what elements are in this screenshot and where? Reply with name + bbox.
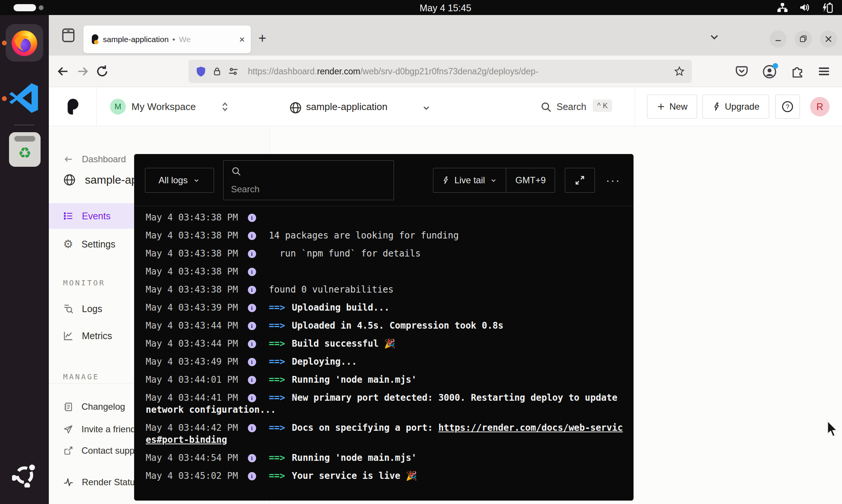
live-tail-label: Live tail [454, 175, 485, 186]
reload-button[interactable] [95, 64, 110, 79]
log-search-input[interactable]: Search [223, 160, 394, 200]
activities-pill[interactable] [14, 4, 36, 11]
info-icon: i [248, 214, 256, 222]
show-apps-button[interactable] [12, 463, 37, 487]
active-tab[interactable]: sample-application • We × [83, 26, 251, 53]
log-timestamp: May 4 03:43:38 PM [146, 284, 238, 295]
account-button[interactable] [762, 64, 777, 80]
restore-button[interactable] [795, 30, 812, 48]
log-arrow: ==> [269, 320, 285, 331]
firefox-dock-item[interactable] [6, 24, 43, 62]
workspace-name[interactable]: My Workspace [131, 101, 196, 113]
vscode-dock-item[interactable] [8, 82, 41, 114]
workspace-switcher-chevrons[interactable] [219, 100, 231, 113]
firefox-view-icon [60, 27, 77, 44]
main-area: Dashboard sample-application Events ⚙ Se… [49, 126, 842, 504]
log-entry: May 4 03:43:44 PMi==>Build successful 🎉 [146, 338, 626, 350]
info-icon: i [248, 232, 256, 240]
minimize-button[interactable] [770, 30, 787, 48]
log-arrow: ==> [269, 374, 285, 385]
log-entry: May 4 03:44:42 PMi==>Docs on specifying … [146, 422, 626, 446]
lock-icon[interactable] [212, 66, 222, 77]
workspace-indicator-dot [39, 5, 44, 10]
permissions-icon[interactable] [228, 66, 239, 77]
network-icon[interactable] [777, 2, 788, 13]
close-button[interactable] [820, 30, 837, 48]
log-arrow: ==> [269, 392, 285, 403]
log-filter-dropdown[interactable]: All logs [145, 168, 214, 193]
log-message: Uploading build... [292, 302, 389, 313]
log-entry: May 4 03:45:02 PMi==>Your service is liv… [146, 470, 626, 482]
back-button[interactable] [56, 64, 71, 79]
sidebar-section-manage: MANAGE [63, 372, 99, 381]
tracking-protection-shield-icon[interactable] [195, 65, 207, 77]
log-timestamp: May 4 03:43:44 PM [146, 338, 238, 349]
user-avatar[interactable]: R [810, 97, 830, 116]
dock-divider [14, 125, 35, 125]
upgrade-button[interactable]: Upgrade [702, 95, 769, 119]
log-message: Running 'node main.mjs' [292, 453, 416, 463]
extensions-puzzle-icon[interactable] [789, 64, 804, 79]
log-entry: May 4 03:44:01 PMi==>Running 'node main.… [146, 374, 626, 386]
new-tab-button[interactable]: + [258, 32, 266, 45]
log-arrow: ==> [269, 453, 285, 463]
log-timestamp: May 4 03:44:42 PM [146, 423, 238, 433]
service-chevron-icon[interactable] [421, 102, 432, 113]
info-icon: i [248, 394, 256, 402]
volume-icon[interactable] [799, 2, 810, 13]
url-fade [635, 61, 669, 81]
expand-logs-button[interactable] [565, 168, 595, 193]
pocket-icon[interactable] [735, 64, 749, 78]
log-entry: May 4 03:43:38 PMi [146, 211, 626, 223]
log-search-placeholder: Search [231, 184, 386, 195]
workspace-avatar[interactable]: M [110, 99, 126, 115]
external-link-icon [63, 446, 73, 456]
tab-list-chevron-button[interactable] [707, 29, 722, 44]
hamburger-menu-icon[interactable] [816, 64, 831, 79]
search-icon[interactable] [540, 101, 552, 113]
sidebar-item-label: Events [82, 211, 110, 222]
battery-charging-icon[interactable] [822, 2, 833, 13]
chevron-down-icon [192, 176, 201, 184]
log-timestamp: May 4 03:43:49 PM [146, 356, 238, 367]
system-clock[interactable]: May 4 15:45 [419, 3, 471, 14]
firefox-running-dot [2, 41, 7, 45]
bookmark-star-icon[interactable] [674, 66, 685, 77]
sidebar-item-label: Render Status [82, 477, 139, 487]
more-options-button[interactable]: ··· [604, 174, 623, 187]
forward-button[interactable] [75, 64, 90, 79]
log-entry: May 4 03:43:38 PMi [146, 266, 626, 278]
log-message: run `npm fund` for details [269, 248, 421, 259]
help-button[interactable]: ? [775, 95, 800, 119]
trash-dock-item[interactable]: ♻ [9, 132, 41, 167]
new-button[interactable]: New [647, 95, 697, 119]
timezone-button[interactable]: GMT+9 [506, 168, 555, 192]
render-favicon [89, 34, 99, 45]
browser-window: sample-application • We × + [49, 15, 842, 504]
recycle-icon: ♻ [9, 142, 41, 164]
vscode-icon [8, 82, 41, 114]
tab-close-button[interactable]: × [239, 35, 245, 44]
firefox-view-button[interactable] [60, 27, 77, 44]
tab-title-truncated: We [179, 35, 190, 44]
service-switcher[interactable]: sample-application [306, 101, 388, 113]
log-message: Uploaded in 4.5s. Compression took 0.8s [292, 320, 504, 331]
back-arrow-icon [63, 154, 74, 164]
events-list-icon [63, 211, 74, 221]
live-tail-button[interactable]: Live tail [433, 168, 506, 192]
log-timestamp: May 4 03:45:02 PM [146, 471, 238, 481]
sidebar-item-label: Invite a friend [81, 424, 136, 435]
render-logo[interactable] [63, 98, 80, 115]
url-bar[interactable]: https://dashboard.render.com/web/srv-d0b… [189, 60, 692, 83]
app-header: M My Workspace sample-application Search… [49, 87, 842, 126]
log-timestamp: May 4 03:43:44 PM [146, 320, 238, 331]
sidebar-item-label: Settings [81, 239, 115, 250]
log-entry: May 4 03:43:38 PMi14 packages are lookin… [146, 229, 626, 241]
navigation-toolbar: https://dashboard.render.com/web/srv-d0b… [49, 56, 842, 87]
paper-plane-icon [63, 424, 73, 435]
log-message: Build successful 🎉 [292, 338, 395, 349]
header-search-label[interactable]: Search [557, 101, 586, 112]
dock: ♻ [0, 15, 49, 504]
status-pulse-icon [63, 477, 74, 487]
log-arrow: ==> [269, 302, 285, 313]
